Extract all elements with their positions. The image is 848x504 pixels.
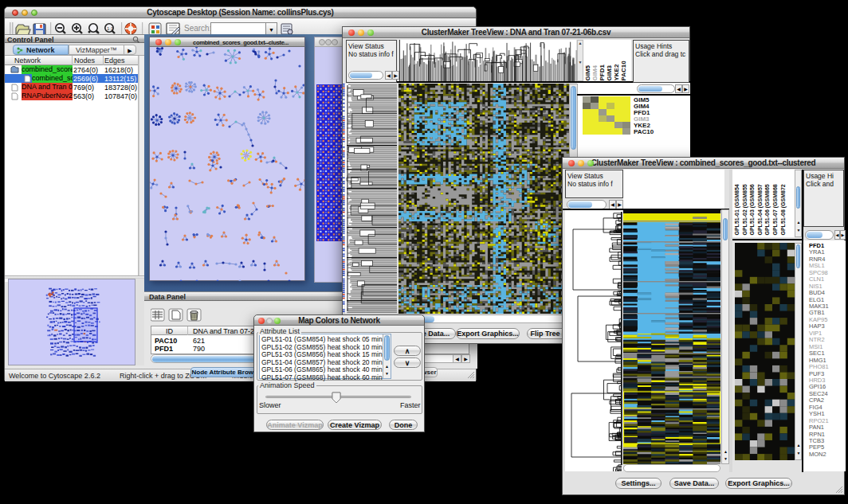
svg-text:Search:: Search: — [184, 24, 211, 33]
svg-text:1:1: 1:1 — [107, 26, 114, 31]
